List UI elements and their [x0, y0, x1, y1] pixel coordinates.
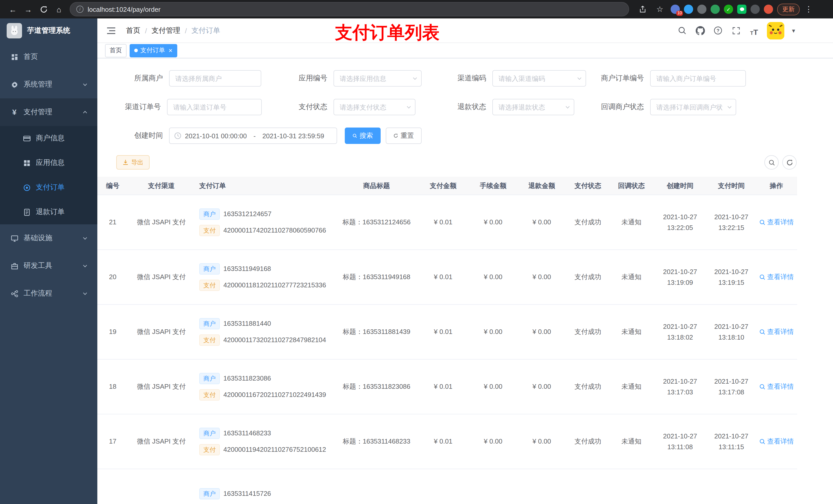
field-label: 商户订单编号 [596, 74, 650, 83]
export-button[interactable]: 导出 [116, 155, 149, 170]
reload-icon[interactable] [37, 3, 50, 16]
merchant-input[interactable] [169, 70, 261, 87]
breadcrumb-home[interactable]: 首页 [126, 26, 140, 35]
sidebar-item-pay-order[interactable]: 支付订单 [0, 175, 97, 200]
sidebar-item-home[interactable]: 首页 [0, 43, 97, 71]
cell-id: 19 [97, 305, 128, 359]
extension-icon-2[interactable] [684, 5, 693, 14]
bookmark-star-icon[interactable]: ☆ [653, 3, 667, 16]
table-row: 19 微信 JSAPI 支付 商户 1635311881440 支付 [97, 305, 797, 360]
sidebar-item-refund-order[interactable]: 退款订单 [0, 200, 97, 224]
app-no-select[interactable] [334, 70, 422, 87]
cell-create-time: 2021-10-27 13:19:09 [653, 250, 707, 304]
cell-amount [418, 469, 469, 504]
github-icon[interactable] [695, 25, 706, 35]
filter-merchant: 所属商户 [118, 70, 261, 87]
grid-icon [23, 159, 31, 167]
col-header-pay-time: 支付时间 [707, 177, 756, 195]
close-icon[interactable]: × [169, 47, 172, 54]
text-size-icon[interactable]: TT [749, 25, 759, 35]
pay-tag: 支付 [199, 444, 220, 455]
cell-amount: ¥ 0.01 [418, 250, 469, 304]
sidebar-item-app-info[interactable]: 应用信息 [0, 150, 97, 175]
sidebar-item-workflow[interactable]: 工作流程 [0, 280, 97, 307]
forward-icon[interactable]: → [22, 3, 35, 16]
cell-pay-order: 商户 1635311881440 支付 42000011732021102728… [195, 305, 336, 359]
extension-icon-4[interactable] [711, 5, 720, 14]
user-avatar[interactable] [767, 22, 784, 39]
date-range-input[interactable]: 2021-10-01 00:00:00 - 2021-10-31 23:59:5… [169, 127, 337, 144]
sidebar-item-devtools[interactable]: 研发工具 [0, 252, 97, 280]
sidebar-item-infra[interactable]: 基础设施 [0, 224, 97, 252]
notify-status-select[interactable] [650, 99, 736, 115]
app: 芋道管理系统 首页 系统管理 ¥ 支付管理 [0, 19, 833, 504]
cell-title [336, 469, 418, 504]
channel-order-no-input[interactable] [167, 99, 262, 115]
col-header-notify: 回调状态 [610, 177, 653, 195]
toggle-search-button[interactable] [764, 155, 779, 170]
user-menu-caret-icon[interactable]: ▾ [792, 27, 795, 34]
channel-code-select[interactable] [492, 70, 586, 87]
merchant-order-no: 1635311468233 [223, 429, 271, 438]
tab-pay-order[interactable]: 支付订单 × [129, 44, 177, 57]
cell-action [756, 469, 797, 504]
search-icon[interactable] [677, 25, 688, 35]
cell-refund: ¥ 0.00 [518, 250, 566, 304]
extension-icon-8[interactable] [764, 5, 773, 14]
monitor-icon [10, 234, 19, 242]
cell-create-time: 2021-10-27 13:17:03 [653, 360, 707, 414]
pay-tag: 支付 [199, 334, 220, 346]
site-info-icon[interactable]: i [76, 6, 84, 13]
breadcrumb-payment[interactable]: 支付管理 [152, 26, 180, 35]
back-icon[interactable]: ← [6, 3, 20, 16]
cell-notify: 未通知 [610, 360, 653, 414]
view-detail-link[interactable]: 查看详情 [759, 437, 794, 446]
url-bar[interactable]: i localhost:1024/pay/order [70, 2, 629, 16]
cell-notify: 未通知 [610, 195, 653, 249]
extensions-puzzle-icon[interactable] [751, 5, 760, 14]
refund-status-select[interactable] [492, 99, 574, 115]
home-icon[interactable]: ⌂ [52, 3, 66, 16]
field-label: 退款状态 [430, 102, 492, 112]
fullscreen-icon[interactable] [731, 25, 741, 35]
browser-update-button[interactable]: 更新 [777, 3, 800, 15]
chevron-down-icon [565, 104, 571, 110]
cell-status: 支付成功 [566, 250, 610, 304]
refresh-button[interactable] [782, 155, 796, 170]
extension-icon-5[interactable]: ✓ [724, 5, 733, 14]
view-detail-link[interactable]: 查看详情 [759, 272, 794, 282]
cell-title: 标题：1635311468233 [336, 414, 418, 469]
sidebar-item-label: 系统管理 [24, 80, 52, 89]
extension-icon-3[interactable] [697, 5, 707, 14]
search-button[interactable]: 搜索 [345, 127, 381, 144]
view-detail-link[interactable]: 查看详情 [759, 218, 794, 227]
pay-status-select[interactable] [334, 99, 415, 115]
tab-home[interactable]: 首页 [105, 44, 126, 57]
col-header-amount: 支付金额 [418, 177, 469, 195]
sidebar-item-label: 应用信息 [36, 158, 65, 167]
view-detail-link[interactable]: 查看详情 [759, 382, 794, 391]
cell-id: 17 [97, 414, 128, 469]
share-icon[interactable] [636, 3, 649, 16]
reset-button[interactable]: 重置 [386, 127, 422, 144]
sidebar-item-system[interactable]: 系统管理 [0, 71, 97, 98]
browser-actions: ☆ 10 ✓ 更新 ⋮ [636, 3, 813, 16]
field-label: 支付状态 [268, 102, 334, 112]
merchant-order-no-input[interactable] [650, 70, 746, 87]
col-header-create-time: 创建时间 [653, 177, 707, 195]
view-detail-link[interactable]: 查看详情 [759, 327, 794, 337]
filter-create-time: 创建时间 2021-10-01 00:00:00 - 2021-10-31 23… [118, 127, 422, 144]
hamburger-icon[interactable] [105, 25, 117, 36]
cell-channel: 微信 JSAPI 支付 [128, 195, 195, 249]
cell-status: 支付成功 [566, 195, 610, 249]
tags-view: 首页 支付订单 × [97, 43, 833, 58]
cell-fee: ¥ 0.00 [469, 195, 518, 249]
help-icon[interactable]: ? [713, 25, 723, 35]
filter-channel-order-no: 渠道订单号 [118, 99, 262, 115]
extension-icon-1[interactable]: 10 [671, 5, 680, 14]
browser-menu-icon[interactable]: ⋮ [804, 5, 813, 14]
sidebar-item-merchant-info[interactable]: 商户信息 [0, 126, 97, 150]
extension-icon-6[interactable] [737, 5, 746, 14]
sidebar-item-payment[interactable]: ¥ 支付管理 [0, 98, 97, 126]
page-annotation: 支付订单列表 [335, 21, 439, 45]
